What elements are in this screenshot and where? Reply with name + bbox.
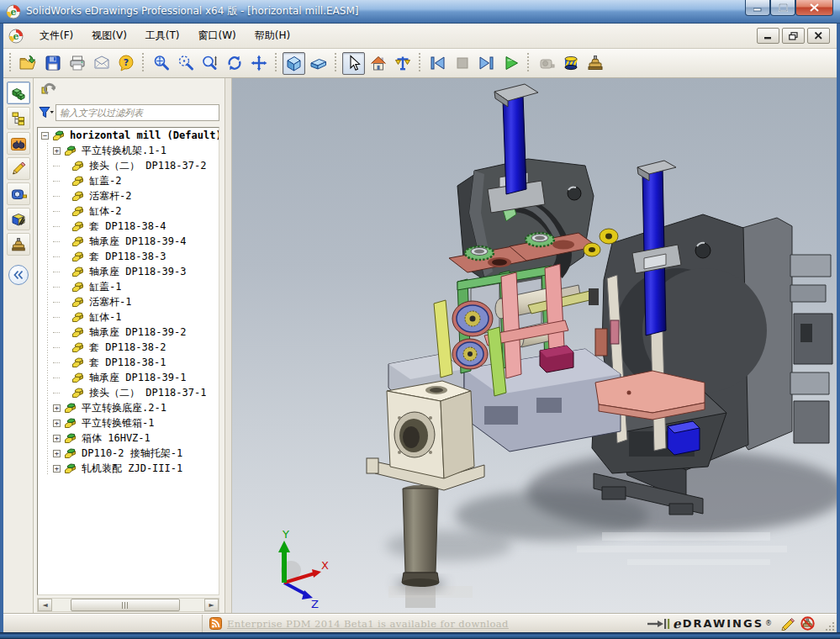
part-icon	[71, 341, 86, 353]
toolbar-grip[interactable]	[333, 53, 339, 73]
zoom-fit-button[interactable]	[150, 52, 172, 75]
part-icon	[71, 251, 86, 262]
mdi-restore-button[interactable]	[782, 28, 805, 44]
toolbar-grip[interactable]	[8, 53, 13, 73]
pdm-news-link[interactable]: Enterprise PDM 2014 Beta1 is available f…	[227, 618, 509, 630]
sidebar-item-cross-section[interactable]	[7, 208, 30, 230]
menu-help[interactable]: 帮助(H)	[246, 25, 299, 46]
title-bar[interactable]: e SolidWorks eDrawings Professional x64 …	[0, 0, 840, 24]
expander-icon[interactable]: +	[53, 404, 61, 412]
tree-item[interactable]: 轴承座 DP118-39-1	[38, 370, 219, 385]
send-button[interactable]	[90, 52, 113, 75]
section-icon	[10, 211, 27, 228]
open-button[interactable]	[17, 52, 40, 75]
scroll-right-arrow[interactable]: ►	[204, 599, 219, 611]
tree-item[interactable]: +箱体 16HVZ-1	[38, 430, 219, 446]
tree-item[interactable]: 套 DP118-38-2	[38, 340, 219, 355]
previous-button[interactable]	[426, 52, 449, 75]
stamp-button[interactable]	[584, 52, 606, 75]
expander-icon[interactable]: +	[53, 420, 61, 427]
reset-tree-icon[interactable]	[40, 82, 59, 98]
menu-window[interactable]: 窗口(W)	[189, 25, 246, 46]
next-button[interactable]	[475, 52, 498, 75]
filter-input[interactable]	[55, 104, 219, 121]
expander-icon[interactable]: +	[53, 450, 61, 457]
stamp-disabled-icon[interactable]	[800, 616, 815, 631]
save-button[interactable]	[41, 52, 64, 75]
expander-icon[interactable]: +	[53, 465, 61, 473]
tree-item[interactable]: 缸体-1	[38, 309, 219, 325]
maximize-button[interactable]	[770, 0, 795, 16]
collapse-panel-button[interactable]	[8, 265, 29, 285]
close-button[interactable]	[795, 0, 833, 16]
toolbar-grip[interactable]	[526, 53, 531, 73]
help-button[interactable]: ?	[114, 52, 137, 75]
sidebar-item-components[interactable]	[7, 82, 30, 104]
draft-quality-button[interactable]	[307, 52, 330, 75]
tree-item[interactable]: 活塞杆-1	[38, 294, 219, 309]
part-icon	[71, 372, 86, 383]
minimize-button[interactable]	[745, 0, 770, 16]
toolbar-grip[interactable]	[273, 53, 279, 73]
stop-button[interactable]	[451, 52, 473, 75]
scroll-thumb[interactable]	[71, 599, 180, 611]
play-icon	[502, 54, 520, 72]
tree-item[interactable]: +平立转换锥箱-1	[38, 415, 219, 430]
menu-tools[interactable]: 工具(T)	[136, 25, 189, 46]
viewport[interactable]: Y X Z	[232, 78, 837, 614]
menu-view[interactable]: 视图(V)	[82, 25, 136, 46]
mdi-close-button[interactable]	[807, 28, 830, 44]
tree-item[interactable]: −horizontal mill (Default)	[38, 128, 219, 143]
document-app-icon[interactable]: e	[8, 29, 24, 44]
resize-grip[interactable]	[823, 615, 837, 632]
tree-item[interactable]: 接头（二） DP118-37-2	[38, 158, 219, 173]
panel-toolbar	[34, 78, 225, 102]
panel-splitter[interactable]	[225, 78, 232, 614]
menu-file[interactable]: 文件(F)	[30, 25, 82, 46]
sidebar-item-assembly-tree[interactable]	[7, 107, 30, 129]
pointer-3d-button[interactable]	[391, 52, 414, 75]
shaded-view-button[interactable]	[283, 52, 305, 75]
expander-icon[interactable]: −	[41, 132, 49, 140]
filter-funnel-icon[interactable]	[39, 105, 55, 120]
mdi-minimize-button[interactable]	[757, 28, 779, 44]
tree-item[interactable]: 缸体-2	[38, 203, 219, 219]
scroll-track[interactable]	[52, 599, 204, 611]
play-button[interactable]	[499, 52, 522, 75]
sidebar-item-stamp[interactable]	[7, 233, 30, 256]
sidebar-item-measure[interactable]	[7, 182, 30, 205]
zoom-button[interactable]	[198, 52, 221, 75]
print-button[interactable]	[66, 52, 88, 75]
tree-item[interactable]: 轴承座 DP118-39-2	[38, 325, 219, 340]
tree-item[interactable]: +平立转换底座.2-1	[38, 400, 219, 415]
toolbar-grip[interactable]	[140, 53, 146, 73]
tree-item[interactable]: 轴承座 DP118-39-4	[38, 234, 219, 249]
markup-pencil-status-icon[interactable]	[780, 617, 795, 631]
tree-item[interactable]: 接头（二） DP118-37-1	[38, 385, 219, 400]
sidebar-item-markup[interactable]	[7, 157, 30, 180]
sidebar-item-find[interactable]	[7, 132, 30, 155]
home-button[interactable]	[367, 52, 389, 75]
cross-section-button[interactable]	[559, 52, 582, 75]
scroll-left-arrow[interactable]: ◄	[38, 599, 52, 611]
rotate-button[interactable]	[223, 52, 246, 75]
pan-button[interactable]	[247, 52, 270, 75]
tree-item[interactable]: 缸盖-1	[38, 279, 219, 294]
tree-item[interactable]: 套 DP118-38-4	[38, 219, 219, 234]
expander-icon[interactable]: +	[53, 147, 61, 155]
tree-item[interactable]: 轴承座 DP118-39-3	[38, 264, 219, 279]
expander-icon[interactable]: +	[53, 435, 61, 442]
tree-item[interactable]: 套 DP118-38-1	[38, 355, 219, 370]
tree-item[interactable]: 缸盖-2	[38, 173, 219, 188]
tree-item[interactable]: 套 DP118-38-3	[38, 249, 219, 264]
orientation-triad: Y X Z	[278, 528, 329, 610]
tree-item[interactable]: +平立转换机架.1-1	[38, 143, 219, 158]
tree-item[interactable]: +轧机装配 ZJD-III-1	[38, 461, 219, 476]
select-button[interactable]	[342, 52, 365, 75]
tree-item[interactable]: +DP110-2 接轴托架-1	[38, 446, 219, 461]
toolbar-grip[interactable]	[417, 53, 423, 73]
zoom-window-button[interactable]	[174, 52, 197, 75]
3d-model[interactable]: Y X Z	[232, 78, 837, 614]
tree-item[interactable]: 活塞杆-2	[38, 188, 219, 203]
measure-button-disabled[interactable]	[535, 52, 557, 75]
